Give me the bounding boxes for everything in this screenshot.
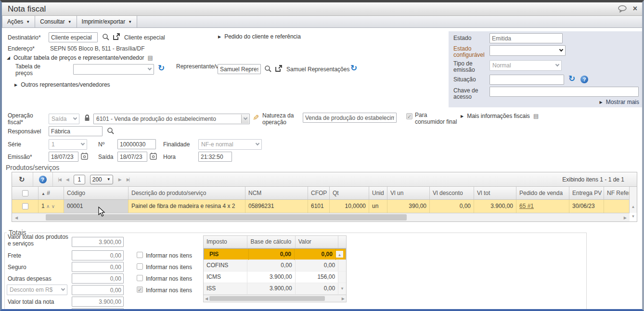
column-header[interactable]: Unid — [369, 187, 387, 199]
outras-despesas-input[interactable] — [72, 273, 124, 284]
refresh-icon[interactable]: ↻ — [350, 65, 357, 72]
page-size-select[interactable]: 200▼ — [90, 175, 113, 184]
row-checkbox[interactable] — [22, 203, 28, 209]
pagination-last-icon[interactable]: ▶| — [127, 177, 129, 182]
vertical-scrollbar[interactable]: ▲ ▼ — [629, 187, 637, 213]
column-header[interactable]: Código — [64, 187, 129, 199]
menu-consultar[interactable]: Consultar▼ — [35, 16, 77, 27]
cell-vl-desconto[interactable]: 0,00 — [430, 200, 474, 213]
column-header[interactable]: Qt — [330, 187, 369, 199]
scroll-right-icon[interactable]: ▶ — [624, 216, 627, 220]
cell-vl-tot[interactable]: 3.900,00 — [474, 200, 516, 213]
valor-total-produtos-label: Valor total dos produtos e serviços — [8, 233, 69, 247]
desconto-input[interactable] — [72, 285, 124, 295]
scroll-down-icon[interactable]: ▼ — [340, 286, 344, 291]
tax-row-cofins[interactable]: COFINS 0,00 0,00 — [204, 260, 346, 272]
cell-entrega-pv[interactable]: 30/06/23 — [569, 200, 604, 213]
pagination-first-icon[interactable]: |◀ — [58, 177, 61, 182]
saida-input[interactable] — [117, 152, 147, 162]
numero-input[interactable] — [117, 139, 156, 149]
frete-input[interactable] — [72, 250, 124, 260]
toggle-mostrar-mais[interactable]: ▶ Mostrar mais — [600, 99, 640, 105]
toggle-outros-representantes[interactable]: ▶ Outros representantes/vendedores — [14, 81, 110, 88]
destinatario-input[interactable] — [49, 32, 98, 42]
column-header[interactable]: Vl desconto — [430, 187, 474, 199]
tax-column-header[interactable]: Valor — [296, 236, 338, 248]
column-header[interactable]: Vl un — [387, 187, 430, 199]
help-icon[interactable]: ? — [39, 176, 47, 183]
column-header[interactable]: Entrega PV — [569, 187, 604, 199]
cell-codigo[interactable]: 00001 — [64, 200, 129, 213]
menu-acoes[interactable]: Ações▼ — [2, 16, 35, 27]
natureza-operacao-input[interactable] — [303, 113, 397, 123]
cell-nf-refer[interactable] — [604, 200, 630, 213]
refresh-icon[interactable]: ↻ — [158, 65, 165, 72]
toggle-mais-informacoes-fiscais[interactable]: ▶ Mais informações fiscais ▤ — [461, 113, 539, 119]
move-row-down-icon[interactable]: ∨ — [52, 204, 55, 209]
toggle-pedido-cliente[interactable]: ▶ Pedido do cliente e referência — [218, 33, 301, 40]
pagination-prev-icon[interactable]: ◀ — [66, 177, 68, 182]
tax-row-icms[interactable]: ICMS 3.900,00 156,00 — [204, 272, 346, 283]
seguro-informar-checkbox[interactable] — [137, 263, 143, 270]
search-icon[interactable] — [264, 65, 272, 73]
outras-despesas-informar-checkbox[interactable] — [137, 275, 143, 281]
seguro-input[interactable] — [72, 262, 124, 272]
frete-informar-checkbox[interactable] — [137, 252, 143, 258]
scroll-up-icon[interactable]: ▲ — [631, 205, 635, 209]
hora-input[interactable] — [198, 152, 232, 162]
cell-unid[interactable]: un — [369, 200, 387, 213]
cell-cfop[interactable]: 6101 — [308, 200, 330, 213]
cell-qt[interactable]: 10,0000 — [330, 200, 369, 213]
chave-acesso-input[interactable] — [489, 87, 639, 97]
column-header[interactable]: NCM — [245, 187, 308, 199]
responsavel-input[interactable] — [49, 126, 103, 136]
pedido-venda-link[interactable]: 65 #1 — [519, 203, 534, 209]
taxes-horizontal-scrollbar[interactable]: ◀ ▶ — [204, 295, 346, 302]
search-icon[interactable] — [102, 33, 110, 41]
toggle-ocultar-tabela-precos[interactable]: ◢ Ocultar tabela de preços e representan… — [7, 54, 153, 61]
representante-input[interactable] — [218, 64, 261, 74]
scroll-up-icon[interactable]: ▲ — [337, 253, 341, 257]
scroll-down-icon[interactable]: ▼ — [631, 214, 635, 219]
tax-row-iss[interactable]: ISS 3.900,00 0,00 ▼ — [204, 283, 346, 295]
column-sort[interactable]: ▲ # — [39, 187, 64, 199]
note-icon[interactable]: ▤ — [147, 54, 153, 61]
note-icon[interactable]: ▤ — [533, 113, 539, 119]
menu-imprimir-exportar[interactable]: Imprimir/exportar▼ — [77, 16, 138, 27]
scroll-left-icon[interactable]: ◀ — [205, 297, 208, 301]
refresh-icon[interactable]: ↻ — [568, 75, 575, 83]
external-link-icon[interactable] — [275, 65, 283, 72]
cell-vl-un[interactable]: 390,00 — [387, 200, 430, 213]
column-header[interactable]: Descrição do produto/serviço — [129, 187, 245, 199]
external-link-icon[interactable] — [113, 33, 120, 40]
emissao-input[interactable] — [49, 152, 78, 162]
operacao-codigo-select[interactable]: 6101 - Venda de produção do estabelecime… — [93, 114, 250, 124]
cell-descricao[interactable]: Painel de fibra de madeira e resina 4 x … — [129, 200, 245, 213]
search-icon[interactable] — [107, 127, 115, 135]
pencil-icon[interactable]: ✎ — [253, 113, 259, 122]
estado-configuravel-select[interactable] — [489, 45, 566, 56]
cell-ncm[interactable]: 05896231 — [245, 200, 308, 213]
close-icon[interactable]: × — [633, 5, 637, 13]
calendar-icon[interactable] — [81, 152, 88, 160]
column-header[interactable]: CFOP — [308, 187, 330, 199]
tax-row-pis[interactable]: PIS 0,00 0,00 ▲ — [204, 248, 346, 260]
page-number-input[interactable]: 1 — [74, 175, 85, 184]
scrollbar-thumb[interactable] — [209, 296, 325, 301]
column-header[interactable]: Vl tot — [474, 187, 516, 199]
move-row-up-icon[interactable]: ∧ — [46, 204, 50, 209]
scroll-left-icon[interactable]: ◀ — [15, 216, 18, 220]
column-header[interactable]: NF Refer — [604, 187, 630, 199]
tabela-precos-select[interactable] — [73, 64, 154, 75]
scroll-right-icon[interactable]: ▶ — [342, 297, 345, 301]
pagination-next-icon[interactable]: ▶ — [118, 177, 121, 182]
select-all-checkbox[interactable] — [22, 190, 28, 196]
table-refresh-icon[interactable]: ↻ — [19, 175, 25, 184]
chat-bubble-icon[interactable] — [618, 5, 627, 13]
tax-column-header[interactable]: Imposto — [204, 236, 247, 248]
situacao-input[interactable] — [489, 75, 564, 85]
help-icon[interactable]: ? — [580, 76, 588, 83]
column-header[interactable]: Pedido de venda — [516, 187, 569, 199]
tax-column-header[interactable]: Base de cálculo — [247, 236, 295, 248]
calendar-icon[interactable] — [150, 152, 157, 160]
